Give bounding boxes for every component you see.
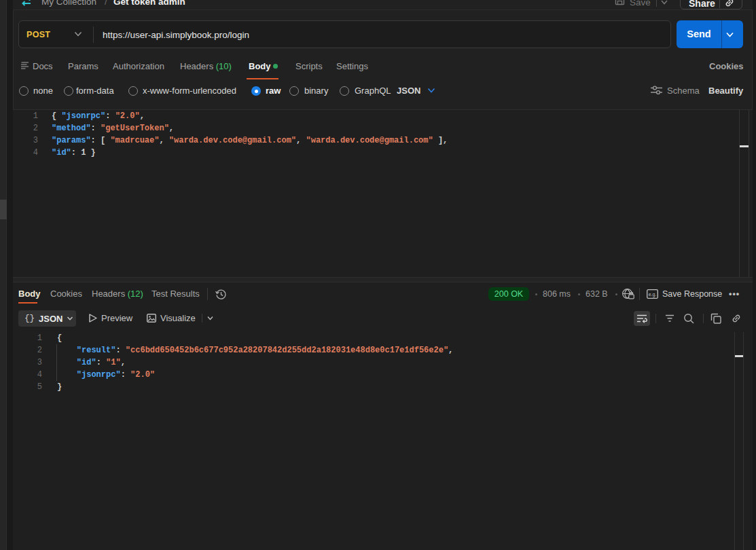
svg-text:e.g.: e.g. bbox=[649, 292, 657, 297]
